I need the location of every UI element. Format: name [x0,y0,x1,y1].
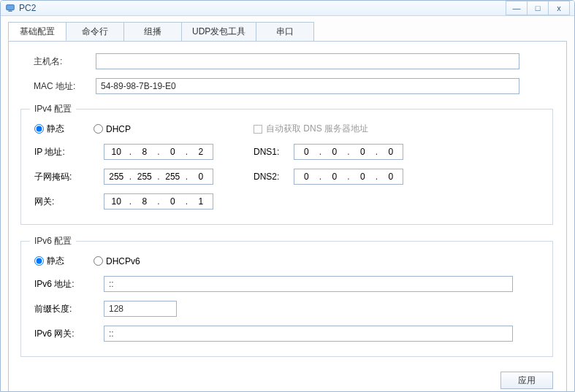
title-bar: PC2 — □ x [1,1,574,16]
ipv6-addr-input[interactable] [104,276,513,292]
tab-bar: 基础配置 命令行 组播 UDP发包工具 串口 [8,22,567,42]
ipv6-group: IPv6 配置 静态 DHCPv6 IPv6 地址: 前缀长 [20,235,553,357]
ipv4-static-label: 静态 [47,123,64,135]
ipv4-group: IPv4 配置 静态 DHCP [20,103,553,225]
client-area: 基础配置 命令行 组播 UDP发包工具 串口 主机名: MAC 地址: IPv4… [1,16,574,392]
ipv6-dhcp-radio[interactable]: DHCPv6 [94,256,140,266]
ipv6-prefix-label: 前缀长度: [34,303,104,315]
tab-udp-tool[interactable]: UDP发包工具 [181,22,256,41]
dns1-input[interactable]: 0. 0. 0. 0 [294,144,403,160]
ipv4-legend: IPv4 配置 [30,103,76,115]
ipv6-gw-label: IPv6 网关: [34,328,104,340]
dns2-input[interactable]: 0. 0. 0. 0 [294,169,403,185]
ip-input[interactable]: 10. 8. 0. 2 [104,144,213,160]
ipv6-static-radio-input[interactable] [34,256,44,266]
mac-input[interactable] [96,78,519,94]
ipv6-legend: IPv6 配置 [30,235,76,247]
mac-row: MAC 地址: [34,78,553,94]
ipv4-static-radio-input[interactable] [34,124,44,134]
hostname-label: 主机名: [34,55,96,68]
auto-dns-checkbox[interactable]: 自动获取 DNS 服务器地址 [254,123,368,135]
footer: 应用 [34,367,553,389]
checkbox-icon [254,125,262,134]
maximize-button[interactable]: □ [527,1,549,15]
ipv6-addr-label: IPv6 地址: [34,278,104,291]
ipv6-prefix-input[interactable] [104,301,177,317]
apply-button[interactable]: 应用 [500,372,553,389]
mask-label: 子网掩码: [34,171,104,183]
ipv6-static-radio[interactable]: 静态 [34,255,64,267]
app-icon [5,3,15,13]
hostname-row: 主机名: [34,53,553,69]
auto-dns-label: 自动获取 DNS 服务器地址 [266,123,368,135]
ipv4-static-radio[interactable]: 静态 [34,123,64,135]
gw-label: 网关: [34,196,104,208]
svg-rect-0 [7,5,15,10]
dns2-label: DNS2: [254,172,294,182]
mac-label: MAC 地址: [34,80,96,93]
ipv4-dhcp-radio[interactable]: DHCP [94,124,131,134]
window-buttons: — □ x [506,1,570,15]
tab-content: 主机名: MAC 地址: IPv4 配置 静态 [8,42,567,392]
gw-input[interactable]: 10. 8. 0. 1 [104,193,213,210]
window-title: PC2 [19,3,36,13]
ipv4-dhcp-label: DHCP [106,124,131,134]
minimize-button[interactable]: — [506,1,528,15]
app-window: PC2 — □ x 基础配置 命令行 组播 UDP发包工具 串口 主机名: MA… [0,0,575,392]
tab-serial[interactable]: 串口 [256,22,314,41]
close-button[interactable]: x [548,1,570,15]
ipv6-gw-input[interactable] [104,326,513,342]
dns1-label: DNS1: [254,147,294,157]
tab-cli[interactable]: 命令行 [66,22,124,41]
ipv4-dhcp-radio-input[interactable] [94,124,103,134]
ipv6-dhcp-radio-input[interactable] [94,256,103,266]
hostname-input[interactable] [96,53,519,69]
tab-basic-config[interactable]: 基础配置 [8,22,66,41]
svg-rect-1 [8,11,12,12]
ipv6-static-label: 静态 [47,255,64,267]
mask-input[interactable]: 255. 255. 255. 0 [104,169,213,185]
ipv6-dhcp-label: DHCPv6 [106,256,140,266]
ip-label: IP 地址: [34,146,104,158]
tab-multicast[interactable]: 组播 [123,22,182,41]
